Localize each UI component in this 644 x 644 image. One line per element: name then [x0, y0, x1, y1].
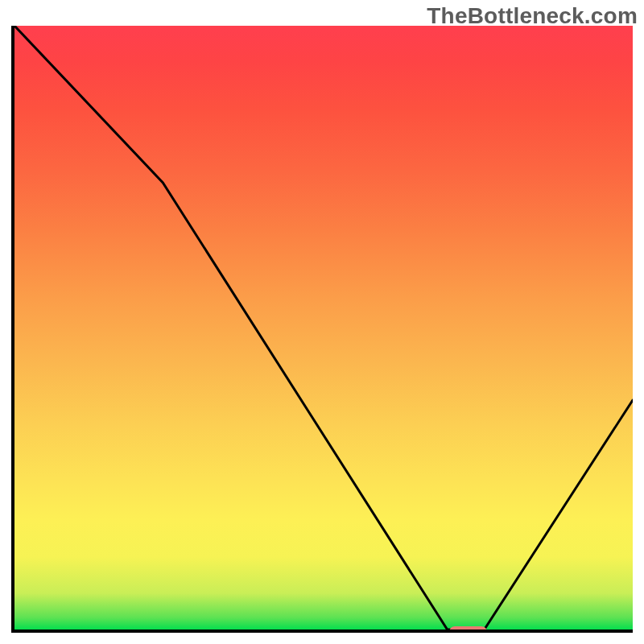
chart-frame: TheBottleneck.com	[0, 0, 644, 644]
optimal-marker	[449, 626, 486, 633]
plot-area	[11, 26, 633, 633]
bottleneck-line	[14, 26, 633, 630]
chart-curve	[14, 26, 633, 630]
